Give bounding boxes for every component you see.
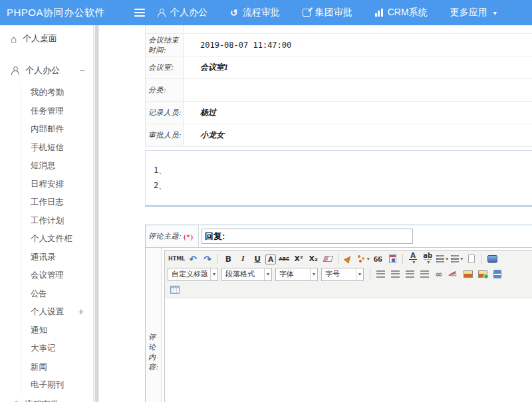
nav-label: CRM系统	[388, 7, 428, 19]
fullscreen-icon[interactable]	[485, 252, 499, 265]
remove-link-icon[interactable]: ∞	[447, 268, 460, 280]
font-color-icon[interactable]: A▾	[406, 252, 420, 265]
upload-image-icon[interactable]	[476, 268, 489, 280]
field-value: 会议室1	[184, 56, 532, 78]
field-label: 评论主题:	[148, 231, 182, 241]
redo-icon[interactable]: ↷	[201, 252, 214, 265]
eraser-icon[interactable]	[321, 252, 334, 265]
nav-group-approval[interactable]: 集团审批	[303, 7, 352, 19]
nav-more-apps[interactable]: 更多应用 ▾	[450, 7, 497, 19]
nav-personal-office[interactable]: 个人办公	[157, 7, 207, 19]
sidebar-item-short-message[interactable]: 短消息	[21, 157, 93, 175]
sidebar-item-work-plan[interactable]: 工作计划	[21, 212, 93, 231]
toolbar-separator	[402, 254, 403, 264]
align-right-icon[interactable]	[403, 268, 416, 280]
user-icon	[157, 9, 166, 17]
sidebar-item-file-cabinet[interactable]: 个人文件柜	[21, 230, 93, 249]
paste-icon[interactable]	[386, 252, 399, 265]
align-left-icon[interactable]	[374, 268, 387, 280]
scrollbar-thumb[interactable]	[95, 25, 98, 402]
custom-heading-select[interactable]: 自定义标题 ▾	[168, 268, 218, 281]
edit-icon	[303, 9, 311, 17]
table-row-category: 分类:	[146, 79, 532, 102]
toolbar-separator	[481, 254, 482, 264]
insert-media-icon[interactable]	[491, 268, 504, 280]
comment-subject-label-cell: 评论主题: (*)	[146, 225, 199, 247]
sidebar-item-personal-desktop[interactable]: ⌂ 个人桌面	[0, 25, 93, 52]
collapse-icon[interactable]: −	[80, 65, 85, 76]
sidebar-item-schedule[interactable]: 日程安排	[21, 175, 93, 194]
insert-image-icon[interactable]	[462, 268, 475, 280]
align-justify-icon[interactable]	[418, 268, 431, 280]
field-value	[184, 79, 532, 101]
field-value: 小龙女	[184, 124, 532, 146]
sidebar-item-contacts[interactable]: 通讯录	[21, 249, 93, 267]
sidebar-item-workflow-approval[interactable]: ↺ 流程审批 +	[0, 395, 93, 402]
font-size-select[interactable]: 字号 ▾	[321, 268, 364, 281]
ordered-list-icon[interactable]: ▾	[436, 252, 449, 265]
sidebar-item-internal-mail[interactable]: 内部邮件	[21, 120, 93, 139]
comment-subject-input[interactable]	[201, 229, 413, 244]
main-content: 会议结束时间: 2019-08-07 11:47:00 会议室: 会议室1 分类…	[100, 25, 532, 402]
sidebar-item-sms[interactable]: 手机短信	[21, 139, 93, 157]
editor-toolbar-row-2: 自定义标题 ▾ 段落格式 ▾ 字体 ▾	[168, 266, 532, 282]
unordered-list-icon[interactable]: ▾	[450, 252, 464, 265]
sidebar-item-e-journal[interactable]: 电子期刊	[21, 376, 93, 395]
format-brush-icon[interactable]	[342, 252, 355, 265]
subscript-icon[interactable]: X₂	[307, 252, 320, 265]
sidebar-item-major-events[interactable]: 大事记	[21, 340, 93, 358]
superscript-icon[interactable]: X²	[292, 252, 305, 265]
sidebar-item-announcement[interactable]: 公告	[21, 285, 93, 304]
sidebar-item-meeting-management[interactable]: 会议管理	[21, 266, 93, 285]
paragraph-format-select[interactable]: 段落格式 ▾	[221, 268, 272, 281]
sidebar-item-news[interactable]: 新闻	[21, 358, 93, 377]
sidebar-item-personal-settings[interactable]: 个人设置 +	[21, 303, 93, 322]
toolbar-separator	[217, 254, 218, 264]
italic-icon[interactable]: I	[236, 252, 249, 265]
expand-icon[interactable]: +	[80, 399, 85, 402]
field-value: 2019-08-07 11:47:00	[184, 34, 532, 56]
nav-crm-system[interactable]: CRM系统	[375, 7, 428, 19]
sidebar-item-personal-office[interactable]: 个人办公 −	[0, 57, 93, 84]
expand-icon[interactable]: +	[78, 303, 93, 322]
underline-icon[interactable]: U	[251, 252, 264, 265]
sidebar: ⌂ 个人桌面 个人办公 − 我的考勤 任务管理 内部邮件 手机短信 短消息 日程…	[0, 25, 93, 402]
new-page-icon[interactable]	[465, 252, 478, 265]
app-logo: PHPOA协同办公软件	[0, 7, 130, 19]
strikethrough-icon[interactable]: ABC	[277, 252, 291, 265]
top-navigation-bar: PHPOA协同办公软件 个人办公 ↺ 流程审批 集团审批 CRM系统 更多应用 …	[0, 0, 532, 25]
toolbar-separator	[338, 254, 338, 264]
sidebar-item-label: 流程审批	[25, 399, 74, 402]
caret-down-icon: ▾	[493, 9, 497, 17]
field-label: 评论内容:	[148, 333, 159, 371]
bold-icon[interactable]: B	[221, 252, 235, 265]
home-icon: ⌂	[11, 34, 17, 44]
editor-toolbar-row-1: HTML ↶ ↷ B I U A ABC X² X₂	[168, 251, 532, 266]
align-center-icon[interactable]	[388, 268, 402, 280]
sidebar-item-work-diary[interactable]: 工作日志	[21, 193, 93, 212]
sidebar-item-attendance[interactable]: 我的考勤	[21, 84, 93, 102]
sidebar-item-notification[interactable]: 通知	[21, 322, 93, 340]
sidebar-item-task-management[interactable]: 任务管理	[21, 102, 93, 121]
editor-toolbar: HTML ↶ ↷ B I U A ABC X² X₂	[165, 251, 532, 298]
meeting-info-table: 会议结束时间: 2019-08-07 11:47:00 会议室: 会议室1 分类…	[145, 25, 532, 147]
required-mark: (*)	[184, 233, 193, 241]
insert-table-icon[interactable]	[168, 283, 182, 296]
html-source-button[interactable]: HTML	[168, 252, 185, 265]
insert-link-icon[interactable]: ∞	[432, 268, 446, 280]
font-family-select[interactable]: 字体 ▾	[275, 268, 318, 281]
font-border-icon[interactable]: A	[265, 254, 276, 264]
editor-content-area[interactable]	[165, 298, 532, 402]
comment-content-label-cell: 评论内容:	[146, 248, 162, 402]
highlight-color-icon[interactable]: ab▾	[421, 252, 434, 265]
hamburger-menu-icon[interactable]	[134, 9, 145, 17]
sidebar-scrollbar[interactable]	[93, 25, 99, 402]
nav-workflow-approval[interactable]: ↺ 流程审批	[230, 7, 280, 19]
sidebar-submenu: 我的考勤 任务管理 内部邮件 手机短信 短消息 日程安排 工作日志 工作计划 个…	[21, 84, 93, 395]
blockquote-icon[interactable]: 66	[371, 252, 384, 265]
undo-icon[interactable]: ↶	[186, 252, 200, 265]
field-label: 分类:	[146, 79, 184, 101]
nav-label: 更多应用	[450, 7, 487, 19]
autoformat-icon[interactable]: ▾	[356, 252, 370, 265]
table-row-approver: 审批人员: 小龙女	[146, 124, 532, 147]
